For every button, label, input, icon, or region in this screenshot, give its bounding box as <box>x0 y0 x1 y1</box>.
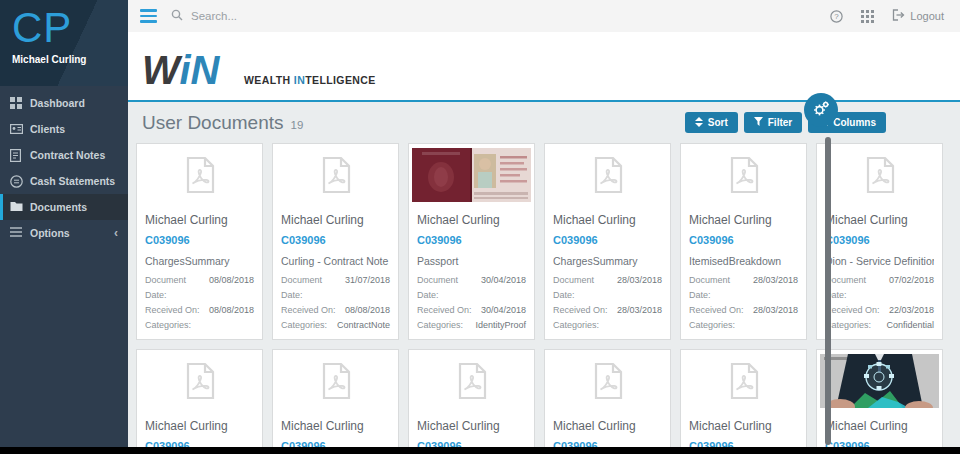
document-card[interactable]: Michael CurlingC039096ItemisedBreakdownD… <box>136 349 263 454</box>
sidebar: CP Michael Curling DashboardClientsContr… <box>0 0 128 454</box>
meta-value: 30/04/2018 <box>481 273 526 303</box>
meta-value: 28/03/2018 <box>753 303 798 318</box>
sidebar-item-contract-notes[interactable]: Contract Notes <box>0 142 128 168</box>
pdf-file-icon <box>681 144 806 206</box>
cogs-icon <box>812 100 830 121</box>
sidebar-item-cash-statements[interactable]: Cash Statements <box>0 168 128 194</box>
client-id-link[interactable]: C039096 <box>689 234 798 246</box>
card-owner-name: Michael Curling <box>689 213 798 227</box>
client-id-link[interactable]: C039096 <box>417 234 526 246</box>
document-card[interactable]: Michael CurlingC039096ChargesSummaryDocu… <box>136 143 263 340</box>
meta-label: Received On: <box>553 303 608 318</box>
client-id-link[interactable]: C039096 <box>145 234 254 246</box>
client-id-link[interactable]: C039096 <box>281 234 390 246</box>
vertical-scrollbar[interactable] <box>825 137 831 445</box>
card-owner-name: Michael Curling <box>281 213 390 227</box>
meta-value: Confidential <box>886 318 934 333</box>
logo-tagline: WEALTH INTELLIGENCE <box>244 74 376 86</box>
photo-thumbnail <box>817 350 942 412</box>
settings-fab-button[interactable] <box>804 93 838 127</box>
card-body: Michael CurlingC039096ChargesSummaryDocu… <box>545 206 670 339</box>
card-owner-name: Michael Curling <box>145 213 254 227</box>
filter-icon <box>754 117 763 128</box>
card-owner-name: Michael Curling <box>825 419 934 433</box>
pdf-icon <box>314 359 358 403</box>
meta-label: Categories: <box>281 318 327 333</box>
meta-label: Categories: <box>689 318 735 333</box>
grid-icon[interactable] <box>861 10 874 23</box>
meta-label: Document Date: <box>417 273 481 303</box>
card-body: Michael CurlingC039096Dion - Service Def… <box>817 206 942 339</box>
pdf-icon <box>858 153 902 197</box>
sort-button[interactable]: Sort <box>685 112 738 133</box>
card-body: Michael CurlingC039096PassportDocument D… <box>409 206 534 339</box>
logout-icon <box>892 9 905 23</box>
help-icon[interactable]: ? <box>830 10 843 23</box>
document-card[interactable]: Michael CurlingC039096ChargesSummaryDocu… <box>680 349 807 454</box>
meta-row-document-date: Document Date:31/07/2018 <box>281 273 390 303</box>
meta-value: 08/08/2018 <box>345 303 390 318</box>
sidebar-item-options[interactable]: Options‹ <box>0 220 128 246</box>
cash-statements-icon <box>10 175 23 188</box>
document-card[interactable]: Michael CurlingC039096ItemisedBreakdownD… <box>680 143 807 340</box>
meta-value: 28/03/2018 <box>617 303 662 318</box>
meta-value: 22/03/2018 <box>889 303 934 318</box>
card-body: Michael CurlingC039096Curling - Contract… <box>273 206 398 339</box>
document-card[interactable]: Michael CurlingC039096Main ImageDocument… <box>816 349 943 454</box>
client-id-link[interactable]: C039096 <box>825 234 934 246</box>
sidebar-item-label: Clients <box>30 123 65 135</box>
meta-label: Document Date: <box>553 273 617 303</box>
document-card[interactable]: Michael CurlingC039096AccountOpeningForm… <box>408 349 535 454</box>
pdf-icon <box>450 359 494 403</box>
hamburger-menu-icon[interactable] <box>140 9 157 23</box>
meta-value: 28/03/2018 <box>617 273 662 303</box>
page-count: 19 <box>291 115 304 131</box>
meta-value: 28/03/2018 <box>753 273 798 303</box>
sidebar-item-dashboard[interactable]: Dashboard <box>0 90 128 116</box>
meta-row-categories: Categories: <box>689 318 798 333</box>
logout-label: Logout <box>910 10 944 22</box>
app-root: CP Michael Curling DashboardClientsContr… <box>0 0 960 454</box>
documents-icon <box>10 201 23 214</box>
passport-thumbnail <box>412 148 531 202</box>
meta-label: Received On: <box>689 303 744 318</box>
sidebar-nav: DashboardClientsContract NotesCash State… <box>0 86 128 246</box>
document-card[interactable]: Michael CurlingC039096ItemisedBreakdownD… <box>544 349 671 454</box>
meta-label: Categories: <box>417 318 463 333</box>
topbar: ? Logout <box>128 0 960 32</box>
chevron-left-icon: ‹ <box>114 226 118 240</box>
card-owner-name: Michael Curling <box>145 419 254 433</box>
document-card[interactable]: Michael CurlingC039096ChargesSummaryDocu… <box>544 143 671 340</box>
meta-value: ContractNote <box>337 318 390 333</box>
sidebar-item-label: Cash Statements <box>30 175 115 187</box>
search-icon <box>171 7 183 25</box>
search-input[interactable] <box>189 9 353 23</box>
meta-row-received-on: Received On:28/03/2018 <box>553 303 662 318</box>
document-card[interactable]: Michael CurlingC039096ChargesSummaryDocu… <box>272 349 399 454</box>
meta-value: 08/08/2018 <box>209 273 254 303</box>
document-card[interactable]: Michael CurlingC039096Dion - Service Def… <box>816 143 943 340</box>
sidebar-item-documents[interactable]: Documents <box>0 194 128 220</box>
meta-row-received-on: Received On:08/08/2018 <box>145 303 254 318</box>
meta-row-categories: Categories:IdentityProof <box>417 318 526 333</box>
sidebar-item-label: Documents <box>30 201 87 213</box>
meta-value: 07/02/2018 <box>889 273 934 303</box>
document-card[interactable]: Michael CurlingC039096PassportDocument D… <box>408 143 535 340</box>
document-title: ItemisedBreakdown <box>689 255 798 267</box>
filter-button[interactable]: Filter <box>744 112 802 133</box>
document-title: Curling - Contract Note - 080... <box>281 255 390 267</box>
document-card[interactable]: Michael CurlingC039096Curling - Contract… <box>272 143 399 340</box>
pdf-file-icon <box>545 350 670 412</box>
search-box[interactable] <box>171 7 353 25</box>
meta-label: Received On: <box>417 303 472 318</box>
pdf-file-icon <box>137 144 262 206</box>
meta-row-document-date: Document Date:08/08/2018 <box>145 273 254 303</box>
pdf-icon <box>722 359 766 403</box>
client-id-link[interactable]: C039096 <box>553 234 662 246</box>
main-area: ? Logout WiN WEALTH INTELLIGENCE <box>128 0 960 454</box>
document-title: ChargesSummary <box>553 255 662 267</box>
meta-row-categories: Categories:Confidential <box>825 318 934 333</box>
sidebar-item-clients[interactable]: Clients <box>0 116 128 142</box>
meta-row-document-date: Document Date:07/02/2018 <box>825 273 934 303</box>
logout-button[interactable]: Logout <box>892 9 944 23</box>
